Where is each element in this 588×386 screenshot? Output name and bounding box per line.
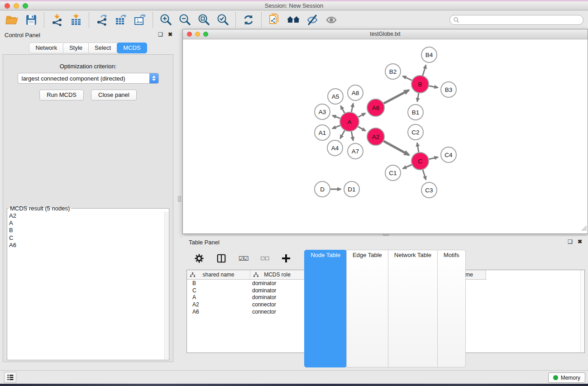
network-close-button[interactable] bbox=[187, 32, 192, 37]
node-A[interactable]: A bbox=[340, 112, 359, 131]
criterion-dropdown[interactable]: largest connected component (directed) bbox=[18, 73, 159, 84]
refresh-icon bbox=[242, 14, 255, 26]
mcds-result-item[interactable]: A bbox=[9, 219, 163, 227]
zoom-selected-button[interactable] bbox=[213, 12, 232, 28]
tab-edge-table[interactable]: Edge Table bbox=[346, 250, 388, 367]
edge-A-A8[interactable] bbox=[351, 104, 353, 112]
zoom-fit-button[interactable] bbox=[194, 12, 213, 28]
tab-network-table[interactable]: Network Table bbox=[388, 250, 438, 367]
import-table-button[interactable] bbox=[67, 12, 86, 28]
export-network-button[interactable] bbox=[92, 12, 111, 28]
maximize-window-button[interactable] bbox=[23, 3, 28, 9]
node-A7[interactable]: A7 bbox=[348, 143, 363, 159]
edge-B-B4[interactable] bbox=[423, 65, 426, 76]
edge-A-A4[interactable] bbox=[340, 130, 345, 138]
close-panel-icon[interactable]: ✖ bbox=[578, 238, 582, 245]
edge-C-C2[interactable] bbox=[417, 143, 419, 152]
node-A4[interactable]: A4 bbox=[327, 140, 343, 156]
node-A6[interactable]: A6 bbox=[367, 99, 384, 116]
node-A1[interactable]: A1 bbox=[315, 125, 330, 140]
result-list-scrollbar[interactable] bbox=[164, 212, 168, 359]
tab-style[interactable]: Style bbox=[63, 43, 89, 53]
save-session-icon bbox=[25, 14, 37, 26]
save-session-button[interactable] bbox=[22, 12, 41, 28]
edge-A-A6[interactable] bbox=[358, 113, 365, 117]
node-label: B4 bbox=[425, 52, 433, 58]
close-panel-button[interactable]: Close panel bbox=[91, 90, 137, 100]
search-field[interactable] bbox=[449, 15, 583, 25]
control-panel: Control Panel ❑ ✖ NetworkStyleSelectMCDS… bbox=[0, 29, 177, 370]
export-image-button[interactable] bbox=[130, 12, 149, 28]
edge-C-C3[interactable] bbox=[423, 170, 426, 180]
edge-A-A7[interactable] bbox=[351, 132, 353, 141]
node-label: C1 bbox=[389, 170, 397, 176]
import-network-button[interactable] bbox=[48, 12, 67, 28]
tab-select[interactable]: Select bbox=[88, 43, 117, 53]
node-label: A8 bbox=[352, 90, 359, 96]
network-canvas[interactable]: B4B2BB3A5A8A6A3B1AA1C2A2A4A7C4CC1DD1C3 bbox=[183, 40, 588, 234]
run-mcds-button[interactable]: Run MCDS bbox=[39, 90, 84, 100]
node-label: B bbox=[418, 81, 422, 88]
close-panel-icon[interactable]: ✖ bbox=[168, 31, 172, 38]
mcds-result-item[interactable]: C bbox=[9, 234, 163, 242]
edge-A-A3[interactable] bbox=[333, 115, 340, 118]
edge-C-C4[interactable] bbox=[429, 157, 438, 159]
export-table-button[interactable] bbox=[111, 12, 130, 28]
edge-A-A1[interactable] bbox=[332, 125, 340, 129]
node-C2[interactable]: C2 bbox=[408, 124, 423, 140]
node-B4[interactable]: B4 bbox=[421, 47, 437, 62]
node-label: B2 bbox=[389, 68, 397, 75]
node-A8[interactable]: A8 bbox=[348, 85, 363, 100]
mcds-result-item[interactable]: A6 bbox=[9, 242, 163, 249]
task-history-button[interactable] bbox=[4, 372, 16, 383]
mcds-result-item[interactable]: B bbox=[9, 227, 163, 234]
node-B3[interactable]: B3 bbox=[441, 82, 456, 97]
search-input[interactable] bbox=[459, 16, 583, 24]
node-C3[interactable]: C3 bbox=[421, 182, 437, 198]
float-panel-icon[interactable]: ❑ bbox=[158, 31, 163, 38]
home-button[interactable] bbox=[284, 12, 303, 28]
toolbar-separator bbox=[153, 12, 153, 28]
tab-network[interactable]: Network bbox=[29, 43, 63, 53]
copy-network-button[interactable] bbox=[265, 12, 284, 28]
node-D[interactable]: D bbox=[315, 181, 330, 197]
edge-A2-C[interactable] bbox=[384, 141, 409, 155]
show-graphics-details-button[interactable] bbox=[322, 12, 341, 28]
node-A3[interactable]: A3 bbox=[315, 104, 330, 119]
mcds-result-item[interactable]: A2 bbox=[9, 212, 163, 219]
node-B[interactable]: B bbox=[411, 76, 429, 93]
network-maximize-button[interactable] bbox=[203, 32, 208, 37]
node-C[interactable]: C bbox=[411, 152, 429, 170]
edge-A-A2[interactable] bbox=[358, 127, 365, 131]
node-B2[interactable]: B2 bbox=[385, 64, 401, 79]
open-session-button[interactable] bbox=[3, 12, 22, 28]
edge-A-A5[interactable] bbox=[341, 106, 345, 113]
node-A5[interactable]: A5 bbox=[328, 89, 343, 104]
minimize-window-button[interactable] bbox=[14, 3, 19, 9]
close-window-button[interactable] bbox=[5, 3, 10, 9]
zoom-in-button[interactable] bbox=[156, 12, 175, 28]
float-panel-icon[interactable]: ❑ bbox=[568, 238, 573, 245]
node-D1[interactable]: D1 bbox=[344, 181, 359, 197]
main-toolbar bbox=[0, 10, 588, 29]
tab-mcds[interactable]: MCDS bbox=[117, 43, 147, 53]
edge-B-B1[interactable] bbox=[417, 93, 419, 102]
resize-grip-icon[interactable] bbox=[581, 225, 587, 233]
memory-button[interactable]: Memory bbox=[548, 372, 585, 383]
node-C4[interactable]: C4 bbox=[441, 147, 456, 162]
tab-motifs[interactable]: Motifs bbox=[437, 250, 466, 367]
refresh-button[interactable] bbox=[239, 12, 258, 28]
tab-node-table[interactable]: Node Table bbox=[304, 250, 347, 367]
network-minimize-button[interactable] bbox=[195, 32, 200, 37]
zoom-out-button[interactable] bbox=[175, 12, 194, 28]
node-A2[interactable]: A2 bbox=[367, 128, 384, 145]
hide-graphics-details-button[interactable] bbox=[303, 12, 322, 28]
edge-B-B2[interactable] bbox=[403, 76, 412, 80]
edge-B-B3[interactable] bbox=[429, 86, 438, 88]
edge-A6-B[interactable] bbox=[384, 90, 409, 104]
network-window-titlebar[interactable]: testGlobe.txt bbox=[183, 29, 588, 39]
node-B1[interactable]: B1 bbox=[408, 105, 423, 120]
edge-C-C1[interactable] bbox=[403, 165, 412, 169]
node-C1[interactable]: C1 bbox=[385, 165, 401, 181]
vertical-split-handle[interactable] bbox=[178, 196, 181, 202]
